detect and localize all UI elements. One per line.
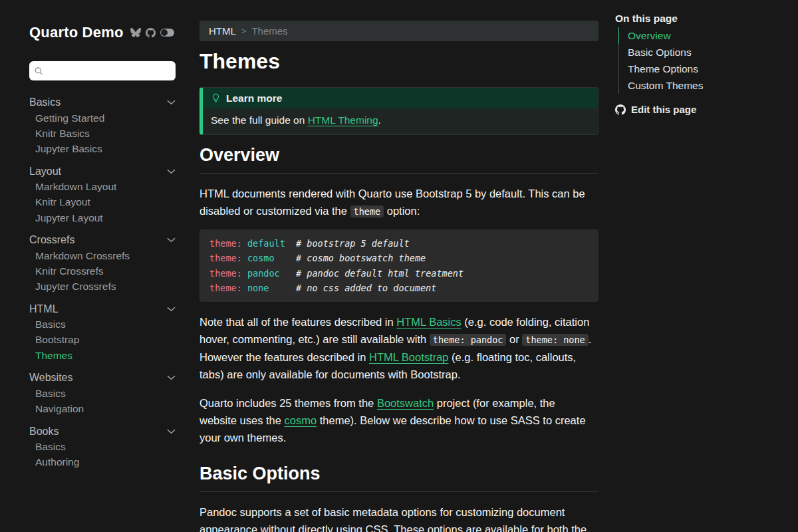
sidebar: Quarto Demo BasicsGetting StartedKnitr B… xyxy=(0,0,186,532)
toc-list: OverviewBasic OptionsTheme OptionsCustom… xyxy=(618,27,788,94)
text-run: Pandoc supports a set of basic metadata … xyxy=(200,506,587,532)
inline-link[interactable]: HTML Bootstrap xyxy=(369,351,449,363)
text-run: . xyxy=(378,114,381,126)
inline-link[interactable]: Bootswatch xyxy=(377,397,434,409)
sidebar-item-markdown-layout[interactable]: Markdown Layout xyxy=(29,180,176,195)
sidebar-item-navigation[interactable]: Navigation xyxy=(29,401,176,416)
nav-section: WebsitesBasicsNavigation xyxy=(29,370,176,416)
code-line: theme: cosmo # cosmo bootswatch theme xyxy=(209,251,589,265)
nav-section-label: Basics xyxy=(29,96,61,108)
breadcrumb-parent[interactable]: HTML xyxy=(209,25,236,37)
edit-this-page-label: Edit this page xyxy=(631,104,696,115)
sidebar-item-themes[interactable]: Themes xyxy=(29,348,176,363)
overview-paragraph-1: HTML documents rendered with Quarto use … xyxy=(200,185,598,220)
nav-section-header[interactable]: Layout xyxy=(29,164,176,180)
toc-sidebar: On this page OverviewBasic OptionsTheme … xyxy=(615,0,788,532)
chevron-down-icon xyxy=(167,307,176,312)
basic-options-paragraph-1: Pandoc supports a set of basic metadata … xyxy=(200,503,598,532)
toggle-knob xyxy=(161,29,168,36)
inline-code: theme xyxy=(350,205,384,217)
inline-link[interactable]: HTML Theming xyxy=(308,114,378,126)
chevron-down-icon xyxy=(167,375,176,380)
nav-section-header[interactable]: Basics xyxy=(29,94,176,110)
sidebar-item-jupyter-basics[interactable]: Jupyter Basics xyxy=(29,141,176,156)
code-line: theme: none # no css added to document xyxy=(209,281,589,295)
text-run: See the full guide on xyxy=(211,114,308,126)
inline-code: theme: pandoc xyxy=(430,334,507,346)
nav-section: LayoutMarkdown LayoutKnitr LayoutJupyter… xyxy=(29,164,176,226)
nav-section-label: Websites xyxy=(29,372,73,384)
nav-section-header[interactable]: Crossrefs xyxy=(29,232,176,248)
edit-this-page-link[interactable]: Edit this page xyxy=(615,104,788,115)
sidebar-item-markdown-crossrefs[interactable]: Markdown Crossrefs xyxy=(29,248,176,263)
sidebar-item-authoring[interactable]: Authoring xyxy=(29,455,176,470)
dark-mode-toggle[interactable] xyxy=(160,29,174,37)
callout-tip: Learn more See the full guide on HTML Th… xyxy=(200,87,598,135)
overview-heading: Overview xyxy=(200,145,598,174)
nav-section-header[interactable]: Books xyxy=(29,424,176,440)
sidebar-header: Quarto Demo xyxy=(29,24,176,41)
search-input[interactable] xyxy=(47,66,170,76)
code-line: theme: pandoc # pandoc default html trea… xyxy=(209,266,589,281)
basic-options-heading: Basic Options xyxy=(200,464,598,492)
sidebar-item-jupyter-layout[interactable]: Jupyter Layout xyxy=(29,210,176,225)
github-icon[interactable] xyxy=(146,28,156,38)
page-layout: Quarto Demo BasicsGetting StartedKnitr B… xyxy=(0,0,798,532)
nav-section-header[interactable]: HTML xyxy=(29,301,176,317)
sidebar-item-getting-started[interactable]: Getting Started xyxy=(29,110,176,126)
text-run: option: xyxy=(384,205,420,217)
toc-item-theme-options[interactable]: Theme Options xyxy=(618,61,788,77)
toc-title: On this page xyxy=(615,13,788,25)
nav-section-label: Crossrefs xyxy=(29,234,74,246)
toc-item-overview[interactable]: Overview xyxy=(618,27,788,44)
nav-section-label: Books xyxy=(29,426,59,438)
breadcrumb: HTML > Themes xyxy=(200,21,598,41)
chevron-down-icon xyxy=(167,429,176,434)
bluesky-icon[interactable] xyxy=(130,28,141,37)
code-line: theme: default # bootstrap 5 default xyxy=(209,236,589,251)
search-icon xyxy=(35,66,43,76)
nav-section-header[interactable]: Websites xyxy=(29,370,176,386)
callout-title: Learn more xyxy=(226,91,282,105)
search-box[interactable] xyxy=(29,61,176,80)
sidebar-item-bootstrap[interactable]: Bootstrap xyxy=(29,332,176,348)
inline-link[interactable]: cosmo xyxy=(285,414,317,426)
nav-section-label: HTML xyxy=(29,303,59,315)
breadcrumb-current: Themes xyxy=(251,25,287,37)
inline-link[interactable]: HTML Basics xyxy=(396,316,462,328)
text-run: or xyxy=(506,333,522,345)
nav-section: BasicsGetting StartedKnitr BasicsJupyter… xyxy=(29,94,176,157)
text-run: Note that all of the features described … xyxy=(200,316,396,328)
sidebar-item-knitr-crossrefs[interactable]: Knitr Crossrefs xyxy=(29,263,176,279)
callout-header: Learn more xyxy=(203,88,598,108)
main-content: HTML > Themes Themes Learn more See the … xyxy=(200,0,598,532)
inline-code: theme: none xyxy=(522,334,588,346)
sidebar-item-basics[interactable]: Basics xyxy=(29,386,176,401)
page-title: Themes xyxy=(200,49,598,74)
nav-section: BooksBasicsAuthoring xyxy=(29,424,176,470)
sidebar-item-jupyter-crossrefs[interactable]: Jupyter Crossrefs xyxy=(29,279,176,295)
chevron-down-icon xyxy=(167,169,176,174)
sidebar-item-knitr-basics[interactable]: Knitr Basics xyxy=(29,126,176,141)
chevron-down-icon xyxy=(167,100,176,105)
nav-section: HTMLBasicsBootstrapThemes xyxy=(29,301,176,364)
site-title: Quarto Demo xyxy=(29,24,124,41)
text-run: Quarto includes 25 themes from the xyxy=(200,397,377,409)
overview-paragraph-3: Quarto includes 25 themes from the Boots… xyxy=(200,394,591,446)
nav-section: CrossrefsMarkdown CrossrefsKnitr Crossre… xyxy=(29,232,176,295)
sidebar-item-basics[interactable]: Basics xyxy=(29,440,176,455)
code-block: theme: default # bootstrap 5 defaultthem… xyxy=(200,229,598,302)
sidebar-item-basics[interactable]: Basics xyxy=(29,317,176,332)
breadcrumb-separator: > xyxy=(241,26,247,36)
chevron-down-icon xyxy=(167,237,176,243)
lightbulb-icon xyxy=(211,93,221,103)
toc-item-custom-themes[interactable]: Custom Themes xyxy=(618,77,788,94)
nav-section-label: Layout xyxy=(29,166,61,178)
github-icon xyxy=(615,104,626,115)
overview-paragraph-2: Note that all of the features described … xyxy=(200,313,598,383)
sidebar-item-knitr-layout[interactable]: Knitr Layout xyxy=(29,195,176,210)
sidebar-nav: BasicsGetting StartedKnitr BasicsJupyter… xyxy=(29,94,176,470)
toc-item-basic-options[interactable]: Basic Options xyxy=(618,44,788,61)
callout-body: See the full guide on HTML Theming. xyxy=(203,108,598,134)
